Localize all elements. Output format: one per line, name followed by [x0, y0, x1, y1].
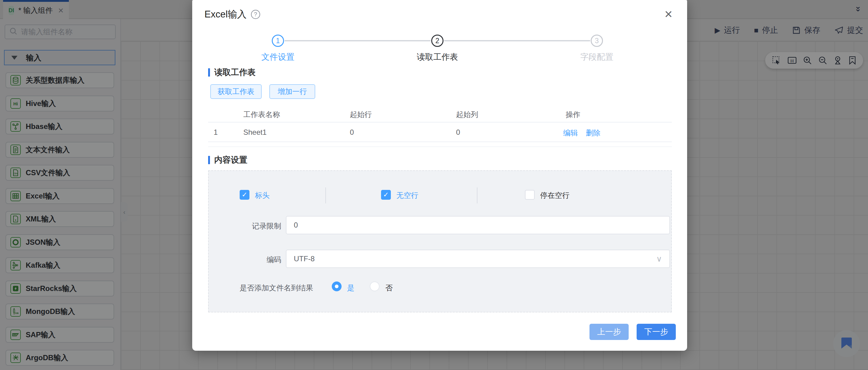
step-2-label[interactable]: 读取工作表	[401, 52, 474, 62]
step-2-circle[interactable]: 2	[431, 35, 443, 47]
content-section-title: 内容设置	[214, 154, 247, 165]
chevron-down-icon: ∨	[656, 254, 662, 264]
record-limit-input[interactable]: 0	[286, 216, 670, 234]
header-checkbox-label[interactable]: 标头	[255, 191, 270, 200]
step-1-circle[interactable]: 1	[272, 35, 284, 47]
stop-at-empty-checkbox[interactable]	[525, 190, 535, 200]
col-header-name: 工作表名称	[243, 110, 280, 119]
step-1-label[interactable]: 文件设置	[241, 52, 315, 62]
add-row-button[interactable]: 增加一行	[269, 84, 315, 99]
step-connector-1	[285, 40, 431, 41]
content-section-header: 内容设置	[208, 154, 247, 165]
prev-step-button[interactable]: 上一步	[589, 324, 629, 340]
fetch-worksheets-button[interactable]: 获取工作表	[210, 84, 262, 99]
modal-title: Excel输入	[205, 8, 247, 21]
encoding-value: UTF-8	[294, 255, 315, 263]
filename-radio-label: 是否添加文件名到结果	[240, 283, 345, 293]
delete-link[interactable]: 删除	[586, 128, 600, 138]
table-divider	[208, 122, 672, 122]
content-settings-panel: ✓ 标头 ✓ 无空行 停在空行 记录限制 0 编码 UTF-8 ∨ 是否添加文件…	[208, 170, 672, 312]
row-index: 1	[214, 128, 218, 137]
step-connector-2	[444, 40, 590, 41]
radio-yes-label[interactable]: 是	[347, 283, 354, 293]
col-header-start-row: 起始行	[350, 110, 372, 119]
no-empty-row-checkbox-label[interactable]: 无空行	[396, 191, 418, 200]
edit-link[interactable]: 编辑	[563, 128, 578, 138]
step-3-label[interactable]: 字段配置	[560, 52, 633, 62]
stop-at-empty-checkbox-label[interactable]: 停在空行	[540, 191, 569, 200]
radio-no-label[interactable]: 否	[385, 283, 393, 293]
worksheet-section-header: 读取工作表	[208, 67, 255, 78]
table-divider	[208, 146, 672, 147]
col-header-ops: 操作	[566, 110, 580, 119]
radio-no[interactable]	[370, 282, 379, 291]
app-screen: DI * 输入组件 × ⌄⌄ ▶ 运行 ■ 停止 保存 提交	[0, 0, 868, 370]
header-checkbox[interactable]: ✓	[240, 190, 249, 200]
record-limit-label: 记录限制	[220, 221, 281, 231]
excel-input-modal: Excel输入 ? × 1 2 3 文件设置 读取工作表 字段配置 读取工作表 …	[192, 0, 687, 351]
help-icon[interactable]: ?	[251, 10, 260, 19]
row-start-row: 0	[350, 128, 354, 137]
close-icon[interactable]: ×	[664, 8, 673, 20]
encoding-select[interactable]: UTF-8 ∨	[286, 250, 670, 268]
next-step-button[interactable]: 下一步	[637, 324, 676, 340]
row-name: Sheet1	[243, 128, 267, 137]
radio-yes[interactable]	[332, 282, 342, 291]
worksheet-section-title: 读取工作表	[214, 67, 255, 78]
table-divider	[208, 142, 672, 142]
divider	[326, 188, 326, 203]
col-header-start-col: 起始列	[456, 110, 478, 119]
no-empty-row-checkbox[interactable]: ✓	[381, 190, 391, 200]
step-3-circle[interactable]: 3	[591, 35, 603, 47]
section-accent-bar	[208, 68, 210, 77]
row-start-col: 0	[456, 128, 460, 137]
checkbox-row: ✓ 标头 ✓ 无空行 停在空行	[209, 187, 671, 204]
section-accent-bar	[208, 156, 210, 164]
encoding-label: 编码	[220, 255, 281, 265]
divider	[477, 188, 477, 203]
